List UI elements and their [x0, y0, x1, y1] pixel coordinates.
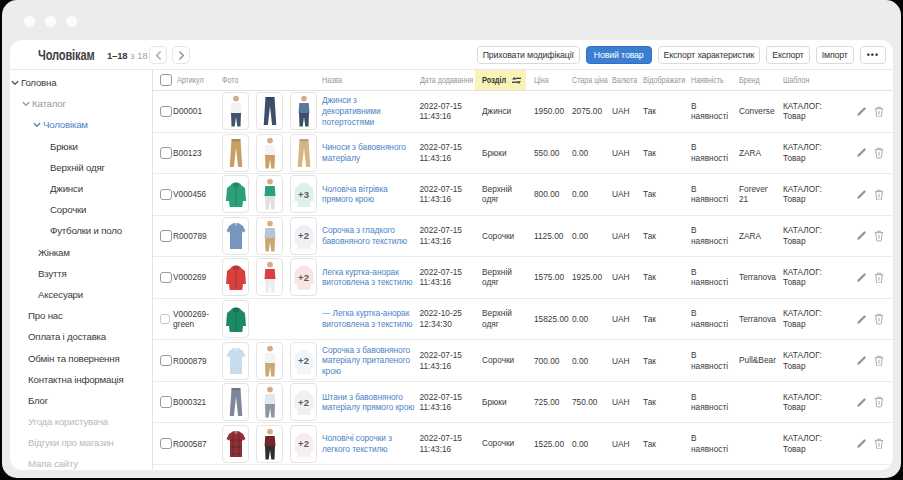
more-photos-badge[interactable]: +2	[290, 425, 317, 463]
sidebar-item-15[interactable]: Контактна інформація	[10, 369, 152, 390]
row-checkbox[interactable]	[160, 396, 172, 408]
product-photo-thumbnail[interactable]	[256, 425, 283, 463]
delete-icon[interactable]	[874, 313, 884, 325]
import-button[interactable]: Імпорт	[816, 46, 854, 64]
sidebar-item-16[interactable]: Блог	[10, 390, 152, 411]
column-header[interactable]: Стара ціна	[562, 70, 604, 90]
sidebar-item-14[interactable]: Обмін та повернення	[10, 347, 152, 368]
export-characteristics-button[interactable]: Експорт характеристик	[658, 46, 761, 64]
sidebar-item-19[interactable]: Мапа сайту	[10, 453, 152, 470]
delete-icon[interactable]	[874, 272, 884, 284]
more-photos-badge[interactable]: +3	[290, 175, 317, 213]
product-photo-thumbnail[interactable]	[222, 300, 249, 338]
column-header[interactable]: Наявність	[684, 70, 733, 90]
more-photos-badge[interactable]: +2	[290, 217, 317, 255]
sidebar-item-17[interactable]: Угода користувача	[10, 411, 152, 432]
product-name-link[interactable]: Чоловічі сорочки з легкого текстилю	[322, 433, 415, 454]
select-all-checkbox[interactable]	[160, 74, 172, 86]
edit-icon[interactable]	[856, 397, 867, 408]
column-header[interactable]: Артикул	[172, 70, 215, 90]
delete-icon[interactable]	[874, 147, 884, 159]
product-photo-thumbnail[interactable]	[290, 134, 317, 172]
product-photo-thumbnail[interactable]	[222, 342, 249, 380]
delete-icon[interactable]	[874, 106, 884, 118]
row-checkbox[interactable]	[160, 272, 172, 284]
column-header-section[interactable]: Розділ	[475, 70, 525, 90]
product-photo-thumbnail[interactable]	[256, 92, 283, 130]
sidebar-item-10[interactable]: Взуття	[10, 263, 152, 284]
product-photo-thumbnail[interactable]	[222, 134, 249, 172]
sort-icon[interactable]	[511, 76, 522, 85]
product-photo-thumbnail[interactable]	[256, 383, 283, 421]
export-button[interactable]: Експорт	[766, 46, 810, 64]
edit-icon[interactable]	[856, 147, 867, 158]
product-photo-thumbnail[interactable]	[256, 217, 283, 255]
hide-modifications-button[interactable]: Приховати модифікації	[477, 46, 580, 64]
product-photo-thumbnail[interactable]	[256, 258, 283, 296]
tree-caret[interactable]	[22, 101, 32, 107]
product-name-link[interactable]: Чиноси з бавовняного матеріалу	[322, 142, 415, 163]
column-header[interactable]: Ціна	[525, 70, 562, 90]
column-header[interactable]: Шаблон	[773, 70, 845, 90]
sidebar-item-6[interactable]: Джинси	[10, 178, 152, 199]
product-photo-thumbnail[interactable]	[256, 175, 283, 213]
row-checkbox[interactable]	[160, 314, 170, 324]
sidebar-item-3[interactable]: Чоловікам	[10, 114, 152, 135]
more-photos-badge[interactable]: +2	[290, 383, 317, 421]
product-name-link[interactable]: Сорочка з бавовняного матеріалу притален…	[322, 345, 415, 377]
more-photos-badge[interactable]: +2	[290, 342, 317, 380]
delete-icon[interactable]	[874, 438, 884, 450]
row-checkbox[interactable]	[160, 106, 172, 118]
product-photo-thumbnail[interactable]	[290, 92, 317, 130]
window-dot-minimize[interactable]	[45, 16, 56, 27]
column-header[interactable]: Фото	[215, 70, 318, 90]
tree-caret[interactable]	[33, 122, 43, 128]
column-header[interactable]: Назва	[318, 70, 415, 90]
product-name-link[interactable]: Чоловіча вітрівка прямого крою	[322, 184, 415, 205]
column-header[interactable]: Дата додавання	[415, 70, 475, 90]
tree-caret[interactable]	[11, 80, 21, 86]
delete-icon[interactable]	[874, 189, 884, 201]
product-name-link[interactable]: Сорочка з гладкого бавовняного текстилю	[322, 225, 415, 246]
edit-icon[interactable]	[856, 438, 867, 449]
product-photo-thumbnail[interactable]	[222, 383, 249, 421]
row-checkbox[interactable]	[160, 438, 172, 450]
sidebar-item-13[interactable]: Оплата і доставка	[10, 326, 152, 347]
more-photos-badge[interactable]: +2	[290, 258, 317, 296]
column-header[interactable]: Валюта	[604, 70, 637, 90]
row-checkbox[interactable]	[160, 189, 172, 201]
edit-icon[interactable]	[856, 230, 867, 241]
product-photo-thumbnail[interactable]	[222, 92, 249, 130]
column-header[interactable]: Бренд	[733, 70, 773, 90]
product-name-link[interactable]: Легка куртка-анорак виготовлена з тексти…	[322, 267, 415, 288]
sidebar-item-1[interactable]: Головна	[10, 72, 152, 93]
window-dot-close[interactable]	[24, 16, 35, 27]
sidebar-item-4[interactable]: Брюки	[10, 136, 152, 157]
product-photo-thumbnail[interactable]	[256, 342, 283, 380]
delete-icon[interactable]	[874, 355, 884, 367]
product-photo-thumbnail[interactable]	[222, 175, 249, 213]
next-page-button[interactable]	[172, 46, 190, 64]
sidebar-item-11[interactable]: Аксесуари	[10, 284, 152, 305]
window-dot-maximize[interactable]	[66, 16, 77, 27]
edit-icon[interactable]	[856, 355, 867, 366]
sidebar-item-7[interactable]: Сорочки	[10, 199, 152, 220]
edit-icon[interactable]	[856, 189, 867, 200]
row-checkbox[interactable]	[160, 230, 172, 242]
product-name-link[interactable]: Джинси з декоративними потертостями	[322, 95, 415, 127]
row-checkbox[interactable]	[160, 355, 172, 367]
sidebar-item-9[interactable]: Жінкам	[10, 242, 152, 263]
edit-icon[interactable]	[856, 106, 867, 117]
sidebar-item-18[interactable]: Відгуки про магазин	[10, 432, 152, 453]
more-actions-button[interactable]: •••	[860, 46, 886, 64]
product-photo-thumbnail[interactable]	[256, 134, 283, 172]
product-name-link[interactable]: — Легка куртка-анорак виготовлена з текс…	[322, 308, 415, 329]
new-product-button[interactable]: Новий товар	[586, 46, 652, 64]
product-photo-thumbnail[interactable]	[222, 217, 249, 255]
column-header[interactable]: Відображати	[637, 70, 684, 90]
row-checkbox[interactable]	[160, 147, 172, 159]
product-photo-thumbnail[interactable]	[222, 258, 249, 296]
product-name-link[interactable]: Штани з бавовняного матеріалу прямого кр…	[322, 392, 415, 413]
delete-icon[interactable]	[874, 230, 884, 242]
sidebar-item-2[interactable]: Каталог	[10, 93, 152, 114]
